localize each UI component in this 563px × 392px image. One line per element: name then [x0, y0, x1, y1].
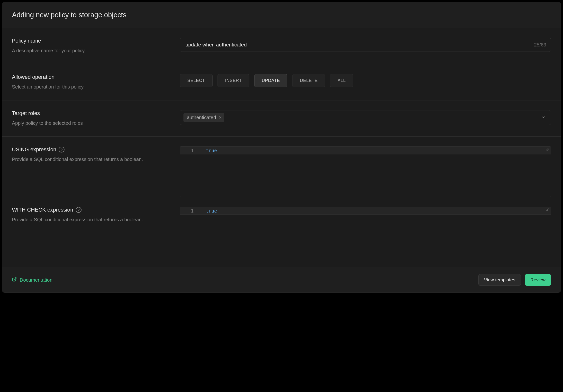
- remove-chip-icon[interactable]: ✕: [218, 115, 222, 120]
- allowed-operation-section: Allowed operation Select an operation fo…: [2, 64, 561, 101]
- using-expr-editor[interactable]: 1 true: [180, 146, 551, 197]
- operation-delete-button[interactable]: DELETE: [292, 74, 325, 87]
- with-check-expression-section: WITH CHECK expression ? Provide a SQL co…: [12, 207, 551, 257]
- target-roles-chips: authenticated✕: [183, 113, 224, 122]
- using-expr-label: USING expression ?: [12, 146, 172, 153]
- code-line: 1 true: [180, 147, 551, 154]
- expression-sections: USING expression ? Provide a SQL conditi…: [2, 137, 561, 257]
- view-templates-button[interactable]: View templates: [478, 274, 521, 286]
- external-link-icon: [12, 277, 17, 283]
- check-expr-editor[interactable]: 1 true: [180, 207, 551, 257]
- role-chip-label: authenticated: [187, 115, 216, 120]
- check-expr-label-text: WITH CHECK expression: [12, 207, 73, 213]
- footer-actions: View templates Review: [478, 274, 551, 286]
- check-expr-label: WITH CHECK expression ?: [12, 207, 172, 213]
- svg-line-4: [14, 278, 16, 280]
- target-roles-label: Target roles: [12, 110, 172, 116]
- role-chip: authenticated✕: [183, 113, 224, 122]
- documentation-label: Documentation: [20, 277, 52, 283]
- resize-handle-icon[interactable]: [546, 208, 550, 212]
- policy-name-input[interactable]: [180, 38, 551, 52]
- review-button[interactable]: Review: [525, 274, 551, 286]
- code-text: true: [197, 208, 217, 214]
- documentation-link[interactable]: Documentation: [12, 277, 52, 283]
- panel-header: Adding new policy to storage.objects: [2, 2, 561, 28]
- operation-insert-button[interactable]: INSERT: [218, 74, 249, 87]
- using-expr-desc: Provide a SQL conditional expression tha…: [12, 156, 172, 163]
- panel-footer: Documentation View templates Review: [2, 267, 561, 292]
- policy-name-section: Policy name A descriptive name for your …: [2, 28, 561, 64]
- resize-handle-icon[interactable]: [546, 148, 550, 152]
- policy-name-desc: A descriptive name for your policy: [12, 47, 172, 54]
- allowed-op-button-group: SELECTINSERTUPDATEDELETEALL: [180, 74, 551, 87]
- svg-line-1: [547, 149, 548, 151]
- operation-all-button[interactable]: ALL: [330, 74, 353, 87]
- operation-select-button[interactable]: SELECT: [180, 74, 213, 87]
- allowed-op-desc: Select an operation for this policy: [12, 83, 172, 90]
- policy-editor-panel: Adding new policy to storage.objects Pol…: [2, 2, 561, 293]
- allowed-op-label: Allowed operation: [12, 74, 172, 80]
- target-roles-desc: Apply policy to the selected roles: [12, 119, 172, 127]
- svg-line-2: [546, 208, 548, 211]
- panel-body: Policy name A descriptive name for your …: [2, 28, 561, 267]
- operation-update-button[interactable]: UPDATE: [254, 74, 288, 87]
- target-roles-section: Target roles Apply policy to the selecte…: [2, 101, 561, 137]
- policy-name-label: Policy name: [12, 38, 172, 44]
- target-roles-select[interactable]: authenticated✕: [180, 110, 551, 125]
- line-number: 1: [180, 208, 197, 214]
- check-expr-desc: Provide a SQL conditional expression tha…: [12, 216, 172, 223]
- using-expr-label-text: USING expression: [12, 146, 56, 153]
- help-icon[interactable]: ?: [59, 147, 64, 152]
- policy-name-input-wrap: 25/63: [180, 38, 551, 52]
- svg-line-0: [546, 148, 548, 151]
- line-number: 1: [180, 148, 197, 153]
- help-icon[interactable]: ?: [76, 207, 81, 213]
- panel-title: Adding new policy to storage.objects: [12, 11, 551, 19]
- using-expression-section: USING expression ? Provide a SQL conditi…: [12, 146, 551, 197]
- svg-line-3: [547, 210, 548, 211]
- chevron-down-icon: [541, 115, 546, 120]
- policy-name-char-count: 25/63: [534, 42, 546, 48]
- code-text: true: [197, 148, 217, 153]
- code-line: 1 true: [180, 207, 551, 215]
